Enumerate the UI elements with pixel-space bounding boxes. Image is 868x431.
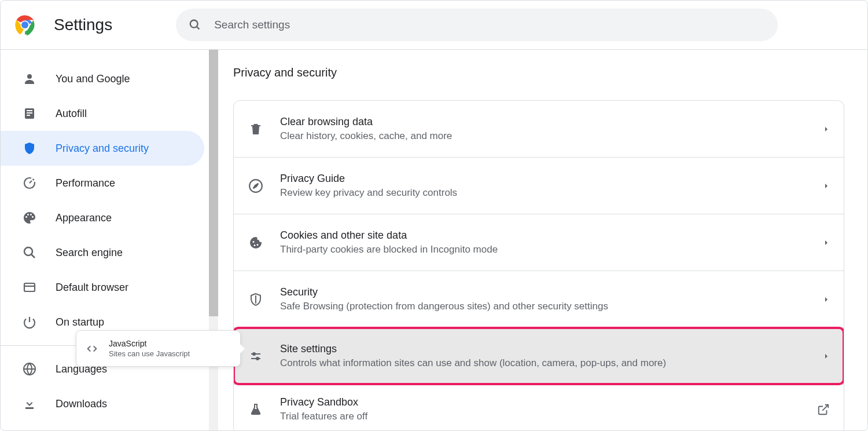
search-icon bbox=[189, 19, 201, 31]
sidebar-item-autofill[interactable]: Autofill bbox=[1, 96, 204, 131]
sidebar-item-label: You and Google bbox=[56, 73, 130, 85]
search-icon bbox=[23, 246, 36, 260]
chevron-right-icon bbox=[823, 126, 830, 133]
card-item-title: Privacy Guide bbox=[280, 173, 816, 185]
svg-marker-23 bbox=[253, 183, 259, 188]
sidebar-item-label: Autofill bbox=[56, 108, 87, 120]
svg-point-26 bbox=[253, 353, 255, 355]
download-icon bbox=[23, 397, 36, 411]
svg-point-6 bbox=[190, 20, 198, 28]
settings-card: Clear browsing data Clear history, cooki… bbox=[233, 100, 844, 430]
search-input[interactable] bbox=[214, 19, 765, 31]
compass-icon bbox=[248, 178, 264, 194]
svg-point-8 bbox=[27, 74, 32, 79]
card-item-site-settings[interactable]: Site settings Controls what information … bbox=[234, 328, 844, 385]
sidebar-item-label: Appearance bbox=[56, 212, 112, 224]
sidebar-item-label: Privacy and security bbox=[56, 143, 149, 155]
card-item-title: Security bbox=[280, 286, 816, 298]
card-item-privacy-guide[interactable]: Privacy Guide Review key privacy and sec… bbox=[234, 158, 844, 214]
cookie-icon bbox=[248, 235, 264, 251]
card-item-sub: Clear history, cookies, cache, and more bbox=[280, 130, 816, 142]
page-title: Settings bbox=[54, 16, 112, 34]
chevron-right-icon bbox=[823, 239, 830, 246]
svg-point-27 bbox=[256, 357, 259, 360]
svg-line-15 bbox=[31, 254, 35, 258]
card-item-sub: Safe Browsing (protection from dangerous… bbox=[280, 301, 816, 312]
sidebar-item-label: Search engine bbox=[56, 247, 123, 259]
speedometer-icon bbox=[23, 176, 36, 190]
svg-rect-16 bbox=[24, 283, 35, 291]
card-item-sub: Controls what information sites can use … bbox=[280, 357, 816, 369]
sidebar-item-appearance[interactable]: Appearance bbox=[1, 200, 204, 235]
card-item-sub: Trial features are off bbox=[280, 411, 810, 422]
sidebar: You and Google Autofill Privacy and secu… bbox=[1, 50, 209, 430]
main-content: Privacy and security Clear browsing data… bbox=[209, 50, 867, 430]
sidebar-item-downloads[interactable]: Downloads bbox=[1, 386, 204, 421]
svg-rect-11 bbox=[27, 112, 32, 114]
sidebar-item-privacy-security[interactable]: Privacy and security bbox=[1, 131, 204, 166]
card-item-clear-browsing-data[interactable]: Clear browsing data Clear history, cooki… bbox=[234, 101, 844, 158]
autofill-icon bbox=[23, 107, 36, 120]
search-box[interactable] bbox=[176, 9, 778, 41]
card-item-security[interactable]: Security Safe Browsing (protection from … bbox=[234, 271, 844, 328]
person-icon bbox=[23, 72, 36, 86]
sidebar-item-label: Default browser bbox=[56, 282, 128, 294]
browser-icon bbox=[23, 280, 36, 294]
card-item-title: Clear browsing data bbox=[280, 116, 816, 128]
svg-rect-12 bbox=[27, 115, 30, 116]
svg-rect-10 bbox=[27, 110, 32, 111]
card-item-title: Privacy Sandbox bbox=[280, 396, 810, 408]
section-title: Privacy and security bbox=[233, 66, 867, 79]
scrollbar-thumb[interactable] bbox=[209, 50, 218, 316]
sidebar-item-search-engine[interactable]: Search engine bbox=[1, 235, 204, 270]
card-item-privacy-sandbox[interactable]: Privacy Sandbox Trial features are off bbox=[234, 385, 844, 430]
sidebar-item-label: Downloads bbox=[56, 398, 107, 410]
sidebar-item-label: Performance bbox=[56, 177, 115, 189]
palette-icon bbox=[23, 211, 36, 225]
tooltip-title: JavaScript bbox=[109, 339, 190, 348]
chevron-right-icon bbox=[823, 296, 830, 303]
card-item-cookies[interactable]: Cookies and other site data Third-party … bbox=[234, 214, 844, 271]
sidebar-item-default-browser[interactable]: Default browser bbox=[1, 270, 204, 305]
sidebar-item-you-and-google[interactable]: You and Google bbox=[1, 61, 204, 96]
sliders-icon bbox=[248, 348, 264, 364]
svg-rect-21 bbox=[25, 407, 34, 409]
shield-icon bbox=[23, 141, 36, 155]
chevron-right-icon bbox=[823, 353, 830, 360]
sidebar-item-performance[interactable]: Performance bbox=[1, 166, 204, 200]
tooltip-javascript: JavaScript Sites can use Javascript bbox=[76, 330, 241, 367]
sidebar-item-label: On startup bbox=[56, 316, 104, 328]
flask-icon bbox=[248, 401, 264, 418]
svg-line-13 bbox=[30, 181, 32, 183]
card-item-title: Cookies and other site data bbox=[280, 229, 816, 242]
power-icon bbox=[23, 315, 36, 329]
svg-point-14 bbox=[24, 247, 32, 255]
chrome-logo bbox=[14, 14, 35, 35]
card-item-sub: Review key privacy and security controls bbox=[280, 187, 816, 199]
card-item-title: Site settings bbox=[280, 343, 816, 355]
card-item-sub: Third-party cookies are blocked in Incog… bbox=[280, 244, 816, 255]
svg-point-5 bbox=[21, 21, 28, 28]
header: Settings bbox=[1, 1, 867, 49]
globe-icon bbox=[23, 362, 36, 376]
chevron-right-icon bbox=[823, 182, 830, 189]
trash-icon bbox=[248, 121, 264, 137]
code-icon bbox=[86, 342, 98, 355]
svg-line-28 bbox=[822, 404, 828, 410]
tooltip-sub: Sites can use Javascript bbox=[109, 349, 190, 358]
external-link-icon bbox=[817, 403, 830, 416]
shield-outline-icon bbox=[248, 291, 264, 308]
svg-line-7 bbox=[197, 27, 200, 30]
